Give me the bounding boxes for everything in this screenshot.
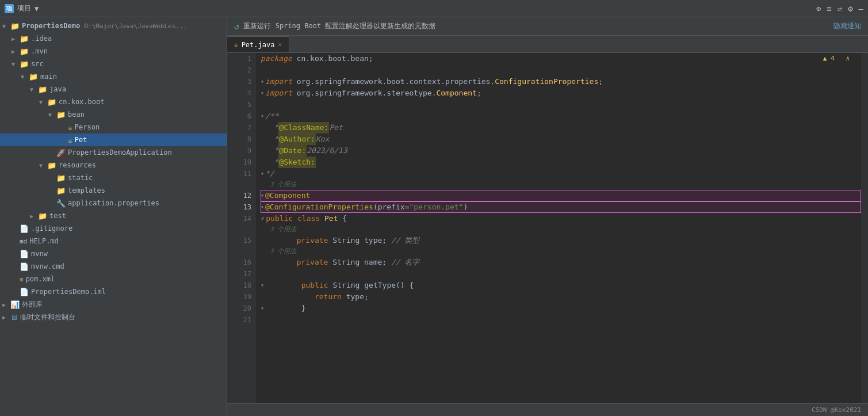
sidebar-item-pomxml[interactable]: m pom.xml (0, 273, 227, 285)
label-package: cn.kox.boot (59, 98, 104, 106)
sidebar-item-resources[interactable]: ▼ 📁 resources (0, 159, 227, 171)
code-line-10: * @Sketch: (261, 157, 861, 168)
sidebar-item-bean[interactable]: ▼ 📁 bean (0, 108, 227, 121)
label-test: test (49, 212, 66, 220)
folder-icon-bean: 📁 (56, 110, 66, 119)
label-pomxml: pom.xml (26, 275, 55, 283)
control-btn-5[interactable]: — (859, 4, 863, 13)
ln-hint3 (232, 246, 251, 257)
usage-hint-1: 3 个用法 (261, 180, 861, 190)
control-btn-3[interactable]: ⇌ (838, 4, 842, 13)
ln-3: 3 (232, 76, 251, 87)
ln-20: 20 (232, 303, 251, 314)
sidebar-item-person[interactable]: ☕ Person (0, 121, 227, 133)
control-btn-1[interactable]: ⊕ (816, 4, 821, 13)
an-date: @Date: (278, 145, 307, 157)
tab-java-icon: ☕ (234, 41, 238, 48)
notification-bar: ↺ 重新运行 Spring Boot 配置注解处理器以更新生成的元数据 隐藏通知 (227, 17, 868, 36)
fold-11[interactable]: ▾ (261, 168, 264, 180)
kw-import-1: import (265, 76, 292, 87)
sidebar-item-helpmd[interactable]: md HELP.md (0, 235, 227, 247)
sidebar-item-java[interactable]: ▼ 📁 java (0, 83, 227, 96)
fold-13[interactable]: ▾ (261, 201, 264, 213)
title-bar-left: 项 项目 ▼ (5, 3, 39, 13)
kw-public-2: public (301, 280, 328, 291)
sidebar-item-mvn[interactable]: ▶ 📁 .mvn (0, 45, 227, 58)
sidebar-item-mvnw[interactable]: 📄 mvnw (0, 247, 227, 260)
kw-public: public (266, 213, 293, 224)
sidebar-item-extlibs[interactable]: ▶ 📊 外部库 (0, 298, 227, 311)
sidebar-item-root[interactable]: ▼ 📁 PropertiesDemo D:\Major\Java\JavaWeb… (0, 20, 227, 32)
field-type: type; (364, 235, 387, 246)
label-root: PropertiesDemo D:\Major\Java\JavaWebLes.… (22, 22, 187, 30)
sidebar-item-app[interactable]: 🚀 PropertiesDemoApplication (0, 146, 227, 159)
cm-8-val: Kox (316, 133, 329, 145)
code-line-7: * @ClassName: Pet (261, 122, 861, 133)
fold-3[interactable]: ▾ (261, 76, 264, 87)
an-classname: @ClassName: (278, 122, 329, 133)
sidebar-item-appprops[interactable]: 🔧 application.properties (0, 197, 227, 209)
fold-6[interactable]: ▾ (261, 110, 264, 122)
file-icon-mvnw: 📄 (20, 250, 29, 258)
label-templates: templates (68, 186, 105, 194)
credit-text: CSDN @Kox2021 (812, 406, 861, 414)
tab-pet-java[interactable]: ☕ Pet.java × (227, 36, 289, 52)
label-resources: resources (59, 161, 96, 169)
title-dropdown-icon[interactable]: ▼ (35, 5, 39, 13)
folder-icon-main: 📁 (29, 72, 38, 81)
control-btn-4[interactable]: ⚙ (848, 4, 852, 13)
label-src: src (31, 60, 44, 68)
label-mvnwcmd: mvnw.cmd (31, 262, 64, 270)
brace-open: { (342, 213, 347, 224)
code-editor[interactable]: 1 2 3 4 5 6 7 8 9 10 11 12 13 14 15 16 1… (227, 53, 868, 403)
ln-8: 8 (232, 133, 251, 145)
sidebar-item-static[interactable]: 📁 static (0, 171, 227, 184)
sidebar-item-test[interactable]: ▶ 📁 test (0, 209, 227, 222)
folder-icon-mvn: 📁 (20, 47, 29, 56)
notif-dismiss-button[interactable]: 隐藏通知 (833, 21, 861, 31)
sidebar-item-src[interactable]: ▼ 📁 src (0, 58, 227, 70)
code-line-13: ▾ @ConfigurationProperties(prefix = "per… (261, 201, 861, 213)
fold-4[interactable]: ▾ (261, 87, 264, 99)
sidebar-item-mvnwcmd[interactable]: 📄 mvnw.cmd (0, 260, 227, 273)
gutter-run-icon[interactable]: ⚡ (261, 213, 265, 224)
eq: = (405, 201, 410, 213)
annotation-component: @Component (265, 190, 310, 201)
sidebar-item-package[interactable]: ▼ 📁 cn.kox.boot (0, 96, 227, 108)
tab-close-pet[interactable]: × (278, 41, 282, 48)
tab-bar: ☕ Pet.java × (227, 36, 868, 53)
paren-open: ( (373, 201, 378, 213)
ln-7: 7 (232, 122, 251, 133)
label-extlibs: 外部库 (22, 300, 43, 310)
fold-18[interactable]: ▾ (261, 280, 264, 291)
fold-12[interactable]: ▾ (261, 190, 264, 201)
code-content[interactable]: package cn.kox.boot.bean; ▲ 4 ∧ ▾ import… (256, 53, 861, 403)
file-tree: ▼ 📁 PropertiesDemo D:\Major\Java\JavaWeb… (0, 17, 227, 416)
java-icon-person: ☕ (68, 123, 72, 132)
label-mvnw: mvnw (31, 250, 48, 258)
sidebar-item-gitignore[interactable]: 📄 .gitignore (0, 222, 227, 235)
sidebar-item-tempfiles[interactable]: ▶ 🖥 临时文件和控制台 (0, 311, 227, 323)
app-icon-tempfiles: 🖥 (10, 313, 18, 322)
sidebar-item-main[interactable]: ▼ 📁 main (0, 70, 227, 83)
arrow-resources: ▼ (39, 162, 46, 169)
hint-2-text: 3 个用法 (261, 224, 296, 235)
sidebar-item-pet[interactable]: ☕ Pet (0, 133, 227, 146)
folder-icon-java: 📁 (38, 85, 47, 94)
ln-1: 1 (232, 53, 251, 64)
props-icon-appprops: 🔧 (56, 199, 66, 208)
label-iml: PropertiesDemo.iml (31, 288, 106, 296)
sidebar-item-templates[interactable]: 📁 templates (0, 184, 227, 197)
lib-icon-extlibs: 📊 (10, 300, 20, 309)
cm-10-star: * (274, 157, 278, 168)
editor-scrollbar[interactable] (861, 53, 868, 403)
title-text: 项目 (17, 3, 31, 13)
sidebar-item-idea[interactable]: ▶ 📁 .idea (0, 32, 227, 45)
code-line-5 (261, 99, 861, 110)
control-btn-2[interactable]: ≡ (827, 4, 831, 13)
sidebar-item-iml[interactable]: 📄 PropertiesDemo.iml (0, 285, 227, 298)
label-java: java (49, 85, 66, 93)
fold-20[interactable]: ▾ (261, 303, 264, 314)
code-line-19: return type; (261, 291, 861, 303)
code-line-12: ▾ @Component (261, 190, 861, 201)
